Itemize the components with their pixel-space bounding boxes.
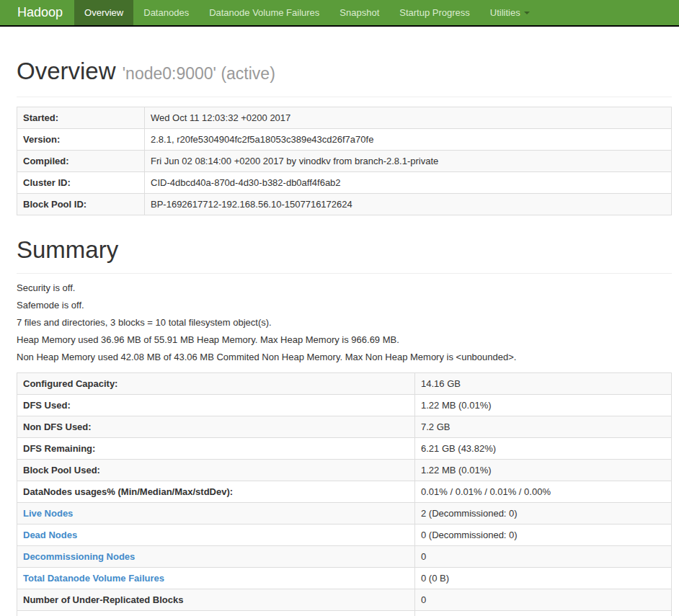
row-label: Version:	[17, 129, 145, 151]
hadoop-brand[interactable]: Hadoop	[17, 0, 63, 25]
row-value: 14.16 GB	[415, 373, 672, 395]
summary-table: Configured Capacity: 14.16 GB DFS Used: …	[17, 372, 672, 616]
table-row: Dead Nodes 0 (Decommissioned: 0)	[17, 525, 672, 546]
caret-down-icon	[524, 12, 530, 14]
nav-tab-datanode-volume-failures[interactable]: Datanode Volume Failures	[199, 0, 329, 25]
summary-status-text: Security is off. Safemode is off. 7 file…	[17, 283, 672, 362]
row-value: 6.21 GB (43.82%)	[415, 438, 672, 460]
page-header-overview: Overview 'node0:9000' (active)	[17, 58, 672, 97]
nav-tab-datanodes[interactable]: Datanodes	[133, 0, 199, 25]
row-value: 2.8.1, r20fe5304904fc2f5a18053c389e43cd2…	[145, 129, 672, 151]
table-row: Decommissioning Nodes 0	[17, 546, 672, 568]
summary-title: Summary	[17, 237, 672, 263]
row-label: Number of Blocks Pending Deletion	[17, 611, 415, 616]
row-label: DataNodes usages% (Min/Median/Max/stdDev…	[17, 481, 415, 503]
row-value: Fri Jun 02 08:14:00 +0200 2017 by vinodk…	[145, 151, 672, 172]
row-label: Started:	[17, 107, 145, 129]
table-row: Live Nodes 2 (Decommissioned: 0)	[17, 503, 672, 525]
row-label: Configured Capacity:	[17, 373, 415, 395]
cluster-info-table: Started: Wed Oct 11 12:03:32 +0200 2017 …	[17, 107, 672, 215]
row-value: 7.2 GB	[415, 416, 672, 438]
page-title-text: Overview	[17, 58, 116, 84]
non-heap-memory-status: Non Heap Memory used 42.08 MB of 43.06 M…	[17, 352, 672, 362]
row-label: Block Pool Used:	[17, 460, 415, 481]
table-row: DFS Used: 1.22 MB (0.01%)	[17, 395, 672, 416]
page-subtitle: 'node0:9000' (active)	[123, 64, 275, 83]
utilities-dropdown-label: Utilities	[490, 7, 520, 18]
total-datanode-volume-failures-link[interactable]: Total Datanode Volume Failures	[23, 573, 164, 584]
nav-tab-startup-progress[interactable]: Startup Progress	[389, 0, 480, 25]
row-label: Block Pool ID:	[17, 194, 145, 215]
row-label: Non DFS Used:	[17, 416, 415, 438]
security-status: Security is off.	[17, 283, 672, 293]
row-value: 0	[415, 611, 672, 616]
main-content: Overview 'node0:9000' (active) Started: …	[17, 58, 672, 616]
table-row: Block Pool ID: BP-1692617712-192.168.56.…	[17, 194, 672, 215]
page-header-summary: Summary	[17, 237, 672, 274]
table-row: DFS Remaining: 6.21 GB (43.82%)	[17, 438, 672, 460]
table-row: Non DFS Used: 7.2 GB	[17, 416, 672, 438]
table-row: Number of Under-Replicated Blocks 0	[17, 589, 672, 611]
row-label: Cluster ID:	[17, 172, 145, 194]
utilities-dropdown[interactable]: Utilities	[480, 0, 540, 25]
row-label: Number of Under-Replicated Blocks	[17, 589, 415, 611]
row-value: Wed Oct 11 12:03:32 +0200 2017	[145, 107, 672, 129]
dead-nodes-link[interactable]: Dead Nodes	[23, 530, 77, 540]
decommissioning-nodes-link[interactable]: Decommissioning Nodes	[23, 551, 135, 562]
page-title: Overview 'node0:9000' (active)	[17, 58, 672, 86]
row-value: 0.01% / 0.01% / 0.01% / 0.00%	[415, 481, 672, 503]
nav-tab-overview[interactable]: Overview	[74, 0, 133, 25]
filesystem-objects-status: 7 files and directories, 3 blocks = 10 t…	[17, 318, 672, 328]
row-value: 0	[415, 546, 672, 568]
row-value: 0 (Decommissioned: 0)	[415, 525, 672, 546]
nav-tab-snapshot[interactable]: Snapshot	[329, 0, 389, 25]
row-value: 0	[415, 589, 672, 611]
row-value: 1.22 MB (0.01%)	[415, 460, 672, 481]
safemode-status: Safemode is off.	[17, 300, 672, 311]
row-value: BP-1692617712-192.168.56.10-150771617262…	[145, 194, 672, 215]
live-nodes-link[interactable]: Live Nodes	[23, 508, 73, 519]
table-row: Version: 2.8.1, r20fe5304904fc2f5a18053c…	[17, 129, 672, 151]
table-row: Compiled: Fri Jun 02 08:14:00 +0200 2017…	[17, 151, 672, 172]
table-row: Configured Capacity: 14.16 GB	[17, 373, 672, 395]
row-value: CID-4dbcd40a-870d-4d30-b382-db0aff4f6ab2	[145, 172, 672, 194]
row-label: Compiled:	[17, 151, 145, 172]
top-navbar: Hadoop Overview Datanodes Datanode Volum…	[0, 0, 679, 27]
row-value: 0 (0 B)	[415, 568, 672, 589]
table-row: Started: Wed Oct 11 12:03:32 +0200 2017	[17, 107, 672, 129]
table-row: Block Pool Used: 1.22 MB (0.01%)	[17, 460, 672, 481]
row-label: DFS Used:	[17, 395, 415, 416]
row-label: DFS Remaining:	[17, 438, 415, 460]
hadoop-brand-label: Hadoop	[17, 5, 63, 20]
table-row: Total Datanode Volume Failures 0 (0 B)	[17, 568, 672, 589]
row-value: 2 (Decommissioned: 0)	[415, 503, 672, 525]
table-row: DataNodes usages% (Min/Median/Max/stdDev…	[17, 481, 672, 503]
row-value: 1.22 MB (0.01%)	[415, 395, 672, 416]
table-row: Cluster ID: CID-4dbcd40a-870d-4d30-b382-…	[17, 172, 672, 194]
heap-memory-status: Heap Memory used 36.96 MB of 55.91 MB He…	[17, 335, 672, 345]
table-row: Number of Blocks Pending Deletion 0	[17, 611, 672, 616]
